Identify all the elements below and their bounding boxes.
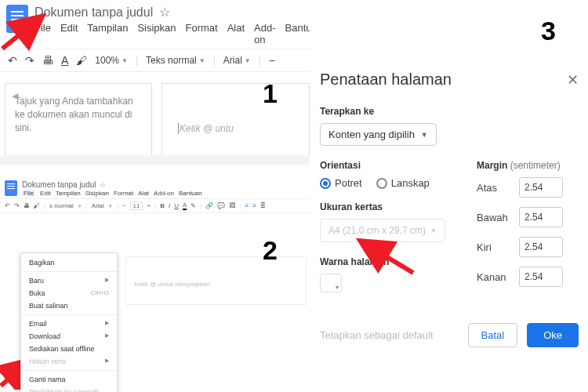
link-icon[interactable]: 🔗 xyxy=(205,202,213,209)
file-menu-item[interactable]: Baru▶ xyxy=(21,274,117,287)
file-menu-item: Pindahkan ke sampah xyxy=(21,386,117,392)
menu-tools[interactable]: Alat xyxy=(227,22,245,45)
toolbar: ↶ ↷ 🖶 🖌 | s normal▼ | Arial▼ | −11+ | B … xyxy=(0,198,310,213)
menu-view[interactable]: Tampilan xyxy=(56,190,81,197)
menu-insert[interactable]: Sisipkan xyxy=(137,22,176,45)
panel-2-file-menu: Dokumen tanpa judul☆ File Edit Tampilan … xyxy=(0,176,310,392)
menu-edit[interactable]: Edit xyxy=(60,22,78,45)
margin-bottom-label: Bawah xyxy=(477,212,511,223)
spellcheck-icon[interactable]: A xyxy=(61,54,68,67)
dialog-title: Penataan halaman xyxy=(320,71,452,89)
undo-icon[interactable]: ↶ xyxy=(5,202,10,209)
annotation-number-3: 3 xyxy=(541,16,556,46)
menu-format[interactable]: Format xyxy=(186,22,218,45)
style-select[interactable]: Teks normal▼ xyxy=(146,55,205,66)
redo-icon[interactable]: ↷ xyxy=(25,54,34,67)
menubar: File Edit Tampilan Sisipkan Format Alat … xyxy=(34,22,310,45)
star-icon[interactable]: ☆ xyxy=(159,5,170,20)
undo-icon[interactable]: ↶ xyxy=(8,54,17,67)
outline-hint: Tajuk yang Anda tambahkan ke dokumen aka… xyxy=(15,96,133,133)
menu-addons[interactable]: Add-on xyxy=(254,22,275,45)
file-menu-item[interactable]: Sediakan saat offline xyxy=(21,343,117,355)
set-default-button[interactable]: Tetapkan sebagai default xyxy=(320,329,434,341)
chevron-left-icon[interactable]: ◀ xyxy=(12,90,18,102)
style-select[interactable]: s normal xyxy=(49,202,74,209)
menu-tools[interactable]: Alat xyxy=(138,190,149,197)
file-menu-item[interactable]: BukaCtrl+O xyxy=(21,287,117,299)
paint-format-icon[interactable]: 🖌 xyxy=(76,54,87,67)
file-menu-item[interactable]: Ganti nama xyxy=(21,373,117,386)
radio-landscape-label: Lanskap xyxy=(391,177,430,189)
print-icon[interactable]: 🖶 xyxy=(42,54,53,67)
apply-to-value: Konten yang dipilih xyxy=(328,129,415,140)
image-icon[interactable]: 🖼 xyxy=(229,202,235,209)
annotation-number-2: 2 xyxy=(263,235,278,266)
font-select[interactable]: Arial xyxy=(92,202,104,209)
document-page[interactable]: Ketik @ untuk menyisipkan xyxy=(125,256,307,305)
doc-title[interactable]: Dokumen tanpa judul xyxy=(22,180,96,189)
margin-left-label: Kiri xyxy=(477,241,511,253)
menu-insert[interactable]: Sisipkan xyxy=(85,190,109,197)
menu-addons[interactable]: Add-on xyxy=(154,190,174,197)
margin-label: Margin (sentimeter) xyxy=(477,160,579,171)
underline-icon[interactable]: U xyxy=(174,202,179,209)
margin-top-label: Atas xyxy=(477,182,511,194)
bold-icon[interactable]: B xyxy=(160,202,165,209)
page-color-select[interactable]: ▾ xyxy=(320,274,342,292)
redo-icon[interactable]: ↷ xyxy=(14,202,20,209)
file-menu-item: Histori versi▶ xyxy=(21,355,117,368)
menu-help[interactable]: Bantuan xyxy=(285,22,310,45)
page-placeholder: Ketik @ untuk menyisipkan xyxy=(134,281,210,288)
comment-icon[interactable]: 💬 xyxy=(217,202,225,209)
margin-bottom-input[interactable] xyxy=(519,207,563,227)
menubar: File Edit Tampilan Sisipkan Format Alat … xyxy=(22,190,202,197)
close-icon[interactable]: ✕ xyxy=(567,71,579,89)
document-page[interactable]: Ketik @ untu xyxy=(162,83,310,165)
margin-right-input[interactable] xyxy=(519,267,563,287)
docs-logo-icon[interactable] xyxy=(5,180,17,196)
radio-portrait[interactable]: Potret xyxy=(320,177,362,189)
align-icon[interactable]: ≡ xyxy=(245,202,249,209)
annotation-number-1: 1 xyxy=(263,78,278,109)
svg-line-5 xyxy=(364,243,413,273)
cancel-button[interactable]: Batal xyxy=(468,323,518,347)
ok-button[interactable]: Oke xyxy=(527,323,579,347)
page-setup-dialog: Penataan halaman ✕ Terapkan ke Konten ya… xyxy=(320,71,579,347)
line-spacing-icon[interactable]: ≡ xyxy=(252,202,256,209)
menu-file[interactable]: File xyxy=(22,190,35,197)
file-menu-item[interactable]: Download▶ xyxy=(21,330,117,343)
file-dropdown: BagikanBaru▶BukaCtrl+OBuat salinanEmail▶… xyxy=(20,252,118,392)
menu-view[interactable]: Tampilan xyxy=(87,22,128,45)
annotation-arrow-1 xyxy=(0,9,53,53)
paper-size-label: Ukuran kertas xyxy=(320,201,461,212)
text-color-icon[interactable]: A xyxy=(183,201,187,210)
annotation-arrow-3 xyxy=(354,234,417,277)
file-menu-item[interactable]: Bagikan xyxy=(21,256,117,269)
margin-top-input[interactable] xyxy=(519,177,563,198)
list-icon[interactable]: ≣ xyxy=(260,202,266,209)
font-select[interactable]: Arial▼ xyxy=(223,55,251,66)
apply-to-select[interactable]: Konten yang dipilih ▼ xyxy=(320,123,437,146)
margin-left-input[interactable] xyxy=(519,237,563,257)
file-menu-item[interactable]: Buat salinan xyxy=(21,299,117,312)
italic-icon[interactable]: I xyxy=(169,202,170,209)
print-icon[interactable]: 🖶 xyxy=(24,202,30,209)
font-dec-icon[interactable]: − xyxy=(269,54,275,67)
highlight-icon[interactable]: ✎ xyxy=(191,202,196,209)
svg-line-1 xyxy=(2,19,39,49)
outline-panel: ◀ Tajuk yang Anda tambahkan ke dokumen a… xyxy=(5,83,152,165)
page-placeholder: Ketik @ untu xyxy=(178,123,234,134)
caret-down-icon: ▼ xyxy=(430,227,437,234)
orientation-label: Orientasi xyxy=(320,160,461,171)
file-menu-item[interactable]: Email▶ xyxy=(21,318,117,330)
margin-right-label: Kanan xyxy=(477,271,511,283)
zoom-select[interactable]: 100%▼ xyxy=(95,55,128,66)
paint-icon[interactable]: 🖌 xyxy=(34,202,40,209)
caret-down-icon: ▼ xyxy=(421,131,428,139)
menu-help[interactable]: Bantuan xyxy=(179,190,202,197)
radio-portrait-label: Potret xyxy=(335,177,362,189)
menu-edit[interactable]: Edit xyxy=(40,190,51,197)
menu-format[interactable]: Format xyxy=(114,190,133,197)
radio-landscape[interactable]: Lanskap xyxy=(376,177,430,189)
star-icon[interactable]: ☆ xyxy=(100,181,106,189)
